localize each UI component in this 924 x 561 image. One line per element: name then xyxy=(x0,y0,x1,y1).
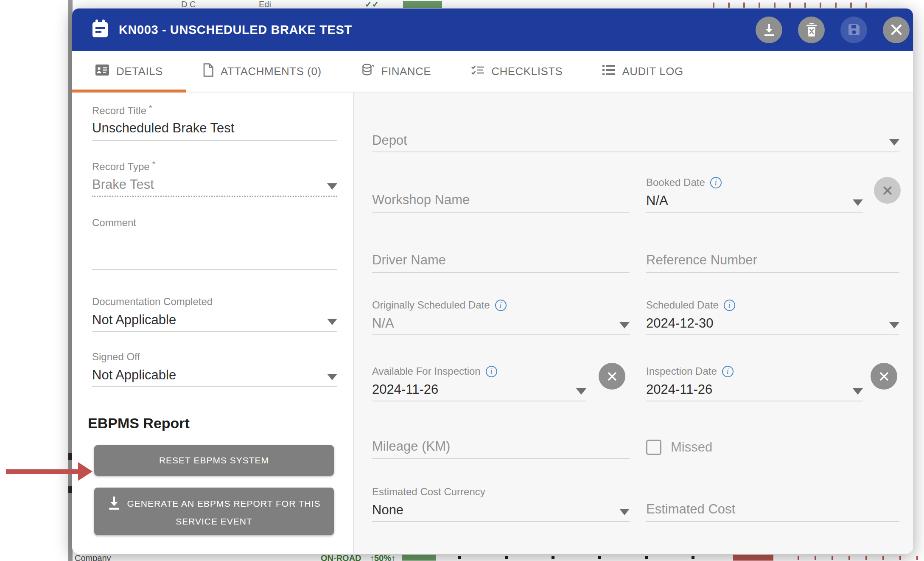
tab-audit-log[interactable]: AUDIT LOG xyxy=(602,65,683,79)
clear-inspection-date-button[interactable] xyxy=(871,363,897,390)
originally-scheduled-date-select[interactable]: N/A xyxy=(372,317,630,335)
background-dot xyxy=(645,556,648,559)
booked-date-select[interactable]: N/A xyxy=(646,194,863,213)
chevron-down-icon xyxy=(327,183,337,190)
comment-textarea[interactable] xyxy=(92,231,337,270)
record-title-input-wrap xyxy=(92,122,337,141)
documentation-completed-field: Documentation Completed Not Applicable xyxy=(92,295,337,332)
background-dot xyxy=(458,556,461,559)
info-icon: i xyxy=(486,366,497,377)
record-type-field: Record Type * Brake Test xyxy=(92,160,337,197)
list-icon xyxy=(602,65,615,79)
tab-details[interactable]: DETAILS xyxy=(95,64,163,79)
reference-number-input[interactable] xyxy=(646,252,899,269)
chevron-down-icon xyxy=(889,139,899,146)
available-for-inspection-label: Available For Inspection i xyxy=(372,365,630,378)
missed-checkbox[interactable] xyxy=(646,440,661,455)
info-icon: i xyxy=(724,300,735,311)
background-company-text: Company xyxy=(75,554,138,561)
background-dot xyxy=(552,556,554,559)
mileage-input[interactable] xyxy=(372,438,630,455)
driver-name-input-wrap xyxy=(372,254,630,273)
clear-available-for-inspection-button[interactable] xyxy=(599,363,625,390)
close-button[interactable] xyxy=(883,17,910,43)
background-percent-text: ↑50%↑ xyxy=(370,554,400,561)
documentation-completed-select[interactable]: Not Applicable xyxy=(92,313,337,332)
tab-checklists[interactable]: CHECKLISTS xyxy=(471,64,563,79)
ebpms-report-heading: EBPMS Report xyxy=(88,415,337,432)
signed-off-field: Signed Off Not Applicable xyxy=(92,351,337,387)
tab-label: FINANCE xyxy=(381,65,431,78)
background-check-fragment: ✓✓ xyxy=(365,0,390,8)
active-tab-indicator xyxy=(72,90,186,93)
background-tick-marks xyxy=(713,3,870,8)
depot-select[interactable]: Depot xyxy=(372,134,899,152)
background-red-badge xyxy=(733,555,773,561)
info-icon: i xyxy=(722,366,734,377)
clear-x-icon xyxy=(607,371,618,382)
inspection-date-label: Inspection Date i xyxy=(646,365,899,378)
signed-off-select[interactable]: Not Applicable xyxy=(92,368,337,387)
reset-ebpms-system-button[interactable]: RESET EBPMS SYSTEM xyxy=(94,445,334,476)
tab-finance[interactable]: FINANCE xyxy=(361,63,431,79)
download-button[interactable] xyxy=(756,17,782,43)
tab-label: DETAILS xyxy=(116,65,163,78)
trash-x-icon xyxy=(806,23,818,36)
background-strip-mark xyxy=(68,486,72,493)
estimated-cost-currency-label: Estimated Cost Currency xyxy=(372,485,630,498)
delete-button[interactable] xyxy=(798,17,825,43)
inspection-date-select[interactable]: 2024-11-26 xyxy=(646,383,863,401)
background-green-badge xyxy=(402,555,436,561)
workshop-name-input[interactable] xyxy=(372,191,630,208)
required-asterisk: * xyxy=(149,102,152,115)
background-dot xyxy=(598,556,601,559)
generate-ebpms-report-button[interactable]: GENERATE AN EBPMS REPORT FOR THIS SERVIC… xyxy=(94,488,334,535)
workshop-name-input-wrap xyxy=(372,194,630,213)
estimated-cost-currency-select[interactable]: None xyxy=(372,503,630,522)
booked-date-label: Booked Date i xyxy=(646,176,899,189)
scheduled-dates-row: Originally Scheduled Date i N/A Schedule… xyxy=(372,299,899,335)
background-text-fragment: D C xyxy=(181,0,232,8)
mileage-input-wrap xyxy=(372,440,630,459)
tab-attachments[interactable]: ATTACHMENTS (0) xyxy=(203,63,322,80)
originally-scheduled-date-label: Originally Scheduled Date i xyxy=(372,299,630,311)
download-icon xyxy=(763,23,776,36)
background-tick-marks xyxy=(798,556,921,560)
chevron-down-icon xyxy=(576,388,586,395)
background-strip-mark xyxy=(68,453,72,460)
record-title-label: Record Title * xyxy=(92,104,337,117)
driver-reference-row xyxy=(372,236,899,273)
mileage-missed-row: Missed xyxy=(372,423,899,459)
generate-button-label-line2: SERVICE EVENT xyxy=(176,516,252,527)
estimated-cost-input[interactable] xyxy=(646,501,899,518)
chevron-down-icon xyxy=(619,509,630,515)
save-button[interactable] xyxy=(840,17,867,43)
depot-row: Depot xyxy=(372,134,899,152)
estimated-cost-row: Estimated Cost Currency None xyxy=(372,485,899,522)
generate-button-label-line1: GENERATE AN EBPMS REPORT FOR THIS xyxy=(127,499,320,509)
save-floppy-icon xyxy=(848,23,860,36)
contact-card-icon xyxy=(95,64,109,79)
download-icon xyxy=(107,496,121,512)
record-type-select[interactable]: Brake Test xyxy=(92,178,337,197)
tab-label: CHECKLISTS xyxy=(491,65,563,78)
service-record-dialog: KN003 - UNSCHEDULED BRAKE TEST xyxy=(72,8,913,554)
clear-x-icon xyxy=(882,185,893,196)
record-type-label: Record Type * xyxy=(92,160,337,173)
annotation-arrow-head xyxy=(78,462,92,481)
scheduled-date-select[interactable]: 2024-12-30 xyxy=(646,317,899,335)
scheduled-date-label: Scheduled Date i xyxy=(646,299,899,311)
signed-off-label: Signed Off xyxy=(92,351,337,363)
dialog-titlebar: KN003 - UNSCHEDULED BRAKE TEST xyxy=(72,8,913,51)
close-icon xyxy=(890,23,903,36)
estimated-cost-input-wrap xyxy=(646,503,899,522)
clear-x-icon xyxy=(879,371,890,382)
background-onroad-text: ON-ROAD xyxy=(321,554,370,561)
file-icon xyxy=(203,63,214,80)
comment-field: Comment xyxy=(92,216,337,272)
driver-name-input[interactable] xyxy=(372,252,630,269)
chevron-down-icon xyxy=(889,322,899,328)
available-for-inspection-select[interactable]: 2024-11-26 xyxy=(372,383,586,401)
record-title-input[interactable] xyxy=(92,120,337,137)
clear-booked-date-button[interactable] xyxy=(874,177,901,204)
